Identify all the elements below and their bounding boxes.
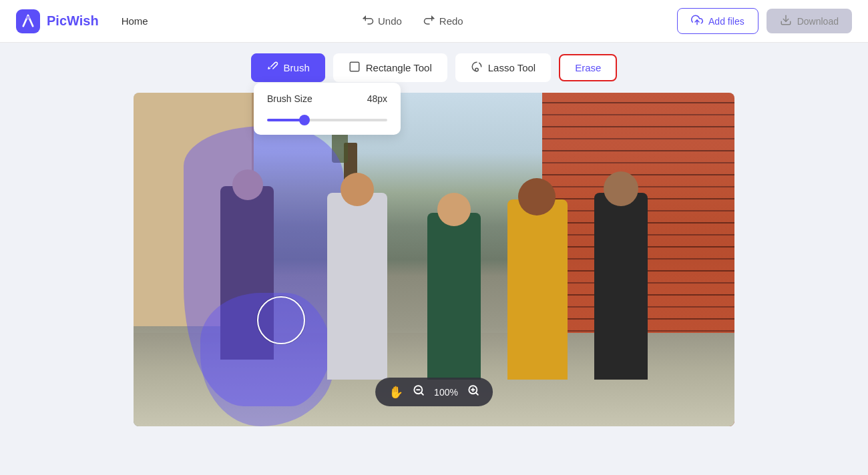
- header-center: Undo Redo: [362, 14, 463, 28]
- rectangle-tool-button[interactable]: Rectangle Tool: [333, 53, 447, 82]
- download-icon: [780, 14, 792, 28]
- header-right: Add files Download: [677, 8, 852, 34]
- person-2-head: [341, 173, 374, 206]
- svg-line-9: [475, 392, 477, 394]
- toolbar: Brush Rectangle Tool Lasso Tool Erase Br…: [0, 43, 868, 93]
- lasso-icon: [471, 61, 483, 75]
- svg-point-1: [26, 15, 29, 19]
- rectangle-icon: [349, 61, 361, 75]
- add-files-icon: [691, 14, 703, 28]
- zoom-bar: ✋ 100%: [375, 378, 493, 406]
- svg-rect-0: [16, 9, 40, 33]
- rectangle-tool-label: Rectangle Tool: [366, 62, 432, 73]
- svg-rect-4: [350, 62, 359, 71]
- brush-size-slider[interactable]: [267, 119, 387, 121]
- nav-home[interactable]: Home: [122, 15, 148, 27]
- zoom-in-icon[interactable]: [467, 384, 479, 400]
- pan-icon[interactable]: ✋: [389, 385, 403, 400]
- download-button[interactable]: Download: [767, 9, 852, 33]
- lasso-tool-button[interactable]: Lasso Tool: [455, 53, 551, 82]
- brush-size-label: Brush Size: [267, 93, 312, 104]
- brush-popup: Brush Size 48px: [254, 83, 401, 135]
- brush-tool-button[interactable]: Brush: [251, 53, 325, 82]
- logo-icon: [16, 9, 40, 33]
- redo-icon: [423, 14, 435, 28]
- add-files-label: Add files: [708, 16, 744, 27]
- svg-line-6: [421, 392, 423, 394]
- erase-label: Erase: [575, 62, 601, 73]
- person-5-body: [594, 193, 648, 380]
- person-4-body: [507, 199, 568, 380]
- zoom-out-icon[interactable]: [413, 384, 425, 400]
- brush-label: Brush: [284, 62, 310, 73]
- download-label: Download: [797, 16, 839, 27]
- logo-text: PicWish: [47, 13, 99, 29]
- brush-icon: [266, 61, 278, 75]
- add-files-button[interactable]: Add files: [677, 8, 758, 34]
- person-4-head: [518, 178, 556, 215]
- header: PicWish Home Undo Redo: [0, 0, 868, 43]
- person-5-head: [604, 171, 638, 206]
- canvas-area: ✋ 100%: [0, 93, 868, 440]
- brush-cursor: [257, 296, 305, 344]
- undo-label: Undo: [378, 15, 402, 27]
- person-3-head: [437, 193, 471, 226]
- person-2-body: [327, 193, 387, 380]
- lasso-tool-label: Lasso Tool: [488, 62, 535, 73]
- brush-popup-header: Brush Size 48px: [267, 93, 387, 104]
- logo-area: PicWish Home: [16, 9, 148, 33]
- redo-label: Redo: [439, 15, 463, 27]
- brush-size-value: 48px: [367, 93, 387, 104]
- undo-icon: [362, 14, 374, 28]
- erase-button[interactable]: Erase: [559, 54, 617, 81]
- image-container[interactable]: ✋ 100%: [134, 93, 734, 426]
- redo-button[interactable]: Redo: [423, 14, 463, 28]
- person-3-body: [427, 213, 481, 380]
- undo-button[interactable]: Undo: [362, 14, 402, 28]
- zoom-level: 100%: [434, 387, 458, 398]
